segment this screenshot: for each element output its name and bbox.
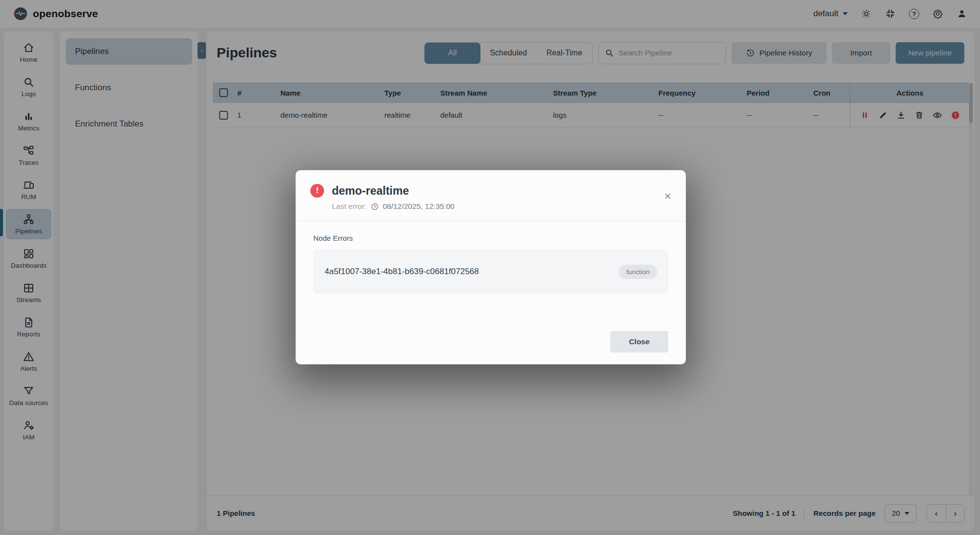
modal-body: Node Errors 4a5f1007-38e1-4b81-b639-c068… [296,221,686,293]
error-icon: ! [310,184,324,198]
last-error-label: Last error: [332,202,367,211]
app: openobserve default ? [0,0,980,535]
node-errors-label: Node Errors [313,234,668,242]
pipeline-error-modal: ! demo-realtime Last error: 08/12/2025, … [296,170,686,364]
last-error-timestamp: 08/12/2025, 12:35:00 [383,202,455,211]
node-error-id: 4a5f1007-38e1-4b81-b639-c0681f072568 [325,267,479,277]
close-icon[interactable] [662,191,673,202]
modal-footer: Close [296,331,686,364]
clock-icon [371,203,379,211]
node-type-badge: function [619,265,657,279]
modal-title: demo-realtime [332,184,409,198]
modal-header: ! demo-realtime Last error: 08/12/2025, … [296,170,686,221]
close-button[interactable]: Close [610,331,668,353]
last-error-row: Last error: 08/12/2025, 12:35:00 [332,202,671,211]
node-error-item: 4a5f1007-38e1-4b81-b639-c0681f072568 fun… [313,250,668,293]
